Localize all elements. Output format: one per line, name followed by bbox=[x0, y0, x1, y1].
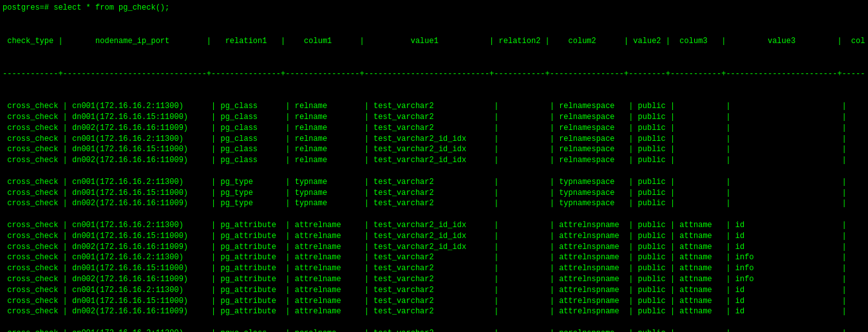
table-row: cross_check | cn001(172.16.16.2:11300) |… bbox=[3, 328, 865, 332]
table-row: cross_check | dn002(172.16.16.16:11009) … bbox=[3, 155, 865, 166]
terminal: postgres=# select * from pg_check(); che… bbox=[3, 3, 865, 332]
table-row bbox=[3, 209, 865, 220]
table-row: cross_check | cn001(172.16.16.2:11300) |… bbox=[3, 220, 865, 231]
table-row: cross_check | cn001(172.16.16.2:11300) |… bbox=[3, 177, 865, 188]
table-row: cross_check | dn002(172.16.16.16:11009) … bbox=[3, 198, 865, 209]
table-row: cross_check | cn001(172.16.16.2:11300) |… bbox=[3, 252, 865, 263]
table-row: cross_check | cn001(172.16.16.2:11300) |… bbox=[3, 134, 865, 145]
table-row: cross_check | cn001(172.16.16.2:11300) |… bbox=[3, 285, 865, 296]
table-row: cross_check | dn002(172.16.16.16:11009) … bbox=[3, 306, 865, 317]
table-row: cross_check | dn001(172.16.16.15:11000) … bbox=[3, 188, 865, 199]
prompt: postgres=# select * from pg_check(); bbox=[3, 3, 865, 14]
table-row: cross_check | dn001(172.16.16.15:11000) … bbox=[3, 296, 865, 307]
table-separator: ------------+---------------------------… bbox=[3, 69, 865, 80]
table-row: cross_check | dn001(172.16.16.15:11000) … bbox=[3, 144, 865, 155]
table-row: cross_check | dn001(172.16.16.15:11000) … bbox=[3, 231, 865, 242]
table-row: cross_check | dn002(172.16.16.16:11009) … bbox=[3, 123, 865, 134]
table-row: cross_check | dn002(172.16.16.16:11009) … bbox=[3, 274, 865, 285]
table-row bbox=[3, 317, 865, 328]
table-row bbox=[3, 166, 865, 177]
table-row: cross_check | cn001(172.16.16.2:11300) |… bbox=[3, 101, 865, 112]
table-row: cross_check | dn001(172.16.16.15:11000) … bbox=[3, 112, 865, 123]
table-row: cross_check | dn001(172.16.16.15:11000) … bbox=[3, 263, 865, 274]
table-header: check_type | nodename_ip_port | relation… bbox=[3, 36, 865, 47]
table-body: cross_check | cn001(172.16.16.2:11300) |… bbox=[3, 101, 865, 332]
table-row: cross_check | dn002(172.16.16.16:11009) … bbox=[3, 242, 865, 253]
table-container: check_type | nodename_ip_port | relation… bbox=[3, 15, 865, 332]
